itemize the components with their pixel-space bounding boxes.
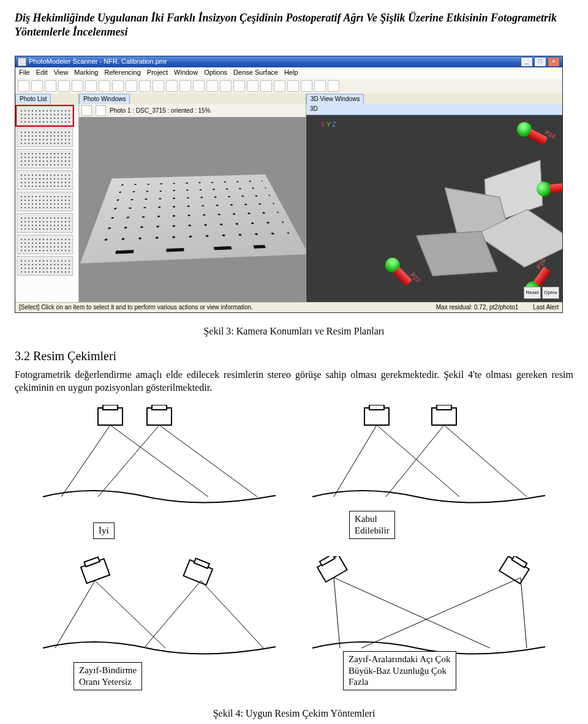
svg-line-23 bbox=[201, 581, 263, 648]
tool-button[interactable] bbox=[139, 80, 151, 92]
tool-button[interactable] bbox=[112, 80, 124, 92]
svg-line-6 bbox=[98, 425, 159, 497]
photo-thumbnail[interactable]: 1 bbox=[17, 106, 73, 126]
tool-button[interactable] bbox=[328, 80, 339, 92]
tool-button[interactable] bbox=[193, 80, 205, 92]
tool-button[interactable] bbox=[58, 80, 70, 92]
photo-thumbnail[interactable]: 7 bbox=[17, 235, 73, 254]
tool-button[interactable] bbox=[85, 80, 97, 92]
svg-rect-1 bbox=[103, 405, 118, 410]
photo-thumbnail[interactable]: 3 bbox=[17, 149, 73, 168]
menu-file[interactable]: File bbox=[19, 69, 30, 77]
label-acceptable: Kabul Edilebilir bbox=[349, 511, 395, 539]
svg-line-4 bbox=[61, 425, 110, 497]
reset-button[interactable]: Reset bbox=[524, 287, 541, 299]
tool-button[interactable] bbox=[287, 80, 299, 92]
menu-marking[interactable]: Marking bbox=[74, 69, 98, 77]
tool-button[interactable] bbox=[233, 80, 245, 92]
svg-rect-2 bbox=[147, 408, 172, 425]
svg-line-5 bbox=[110, 425, 208, 497]
diagram-good bbox=[37, 405, 282, 521]
section-heading: 3.2 Resim Çekimleri bbox=[15, 349, 573, 364]
svg-rect-10 bbox=[432, 408, 456, 425]
tool-button[interactable] bbox=[153, 80, 164, 92]
menu-help[interactable]: Help bbox=[284, 69, 298, 77]
close-button[interactable]: × bbox=[548, 57, 560, 67]
tool-button[interactable] bbox=[18, 80, 29, 92]
svg-rect-11 bbox=[437, 405, 451, 410]
photo-status-text: Photo 1 : DSC_3715 : oriented : 15% bbox=[110, 107, 211, 115]
svg-line-7 bbox=[159, 425, 257, 497]
tool-button[interactable] bbox=[45, 80, 56, 92]
figure4-diagrams: İyi Kabul Edilebilir bbox=[21, 405, 568, 690]
svg-rect-0 bbox=[98, 408, 123, 425]
panel-3d-label: 3D bbox=[306, 104, 562, 115]
menu-view[interactable]: View bbox=[54, 69, 69, 77]
figure4-caption: Şekil 4: Uygun Resim Çekim Yöntemleri bbox=[15, 707, 573, 720]
photo-thumbnail[interactable]: 5 bbox=[17, 192, 73, 211]
status-alert-text: Last Alert bbox=[533, 304, 559, 312]
camera-icon: P25 bbox=[545, 183, 562, 194]
minimize-button[interactable]: _ bbox=[521, 57, 533, 67]
svg-line-28 bbox=[334, 578, 340, 648]
calibration-grid-image bbox=[80, 175, 309, 263]
menu-options[interactable]: Options bbox=[204, 69, 227, 77]
tool-button[interactable] bbox=[179, 80, 191, 92]
diagram-weak-overlap bbox=[37, 556, 282, 673]
tool-button[interactable] bbox=[247, 80, 258, 92]
svg-line-29 bbox=[334, 578, 490, 648]
status-bar: [Select] Click on an item to select it a… bbox=[15, 302, 562, 313]
tool-button[interactable] bbox=[260, 80, 272, 92]
diagram-acceptable bbox=[306, 405, 551, 521]
photo-tool[interactable] bbox=[96, 105, 106, 116]
toolbar bbox=[15, 78, 562, 94]
tab-3d-view[interactable]: 3D View Windows bbox=[306, 94, 364, 105]
svg-line-20 bbox=[55, 581, 95, 648]
tool-button[interactable] bbox=[31, 80, 43, 92]
photo-thumbnail[interactable]: 6 bbox=[17, 213, 73, 233]
label-weak-angle: Zayıf-Aralarındaki Açı Çok Büyük-Baz Uzu… bbox=[343, 651, 456, 690]
app-window: PhotoModeler Scanner - NFR. Calibration.… bbox=[15, 56, 563, 313]
photo-thumbnail[interactable]: 4 bbox=[17, 170, 73, 190]
photo-view-toolbar: Photo 1 : DSC_3715 : oriented : 15% bbox=[79, 104, 306, 117]
3d-viewport[interactable]: X Y Z P24 P25 P26 P27 X Y Z Reset bbox=[306, 115, 562, 302]
svg-rect-8 bbox=[364, 408, 389, 425]
tool-button[interactable] bbox=[72, 80, 83, 92]
tool-button[interactable] bbox=[314, 80, 326, 92]
camera-icon: P27 bbox=[390, 263, 413, 288]
menu-edit[interactable]: Edit bbox=[36, 69, 48, 77]
menu-dense-surface[interactable]: Dense Surface bbox=[233, 69, 278, 77]
svg-line-21 bbox=[95, 581, 165, 648]
menu-referencing[interactable]: Referencing bbox=[104, 69, 140, 77]
photo-tool[interactable] bbox=[81, 105, 92, 116]
titlebar: PhotoModeler Scanner - NFR. Calibration.… bbox=[15, 56, 562, 67]
photo-thumbnail[interactable]: 8 bbox=[17, 256, 73, 276]
tool-button[interactable] bbox=[126, 80, 137, 92]
menu-bar: File Edit View Marking Referencing Proje… bbox=[15, 67, 562, 78]
page-header-title: Diş Hekimliğinde Uygulanan İki Farklı İn… bbox=[15, 11, 573, 39]
axis-indicator: X Y Z bbox=[321, 121, 336, 129]
tool-button[interactable] bbox=[274, 80, 285, 92]
svg-line-15 bbox=[444, 425, 527, 497]
camera-icon: P24 bbox=[523, 127, 550, 146]
menu-window[interactable]: Window bbox=[174, 69, 198, 77]
tab-photo-windows[interactable]: Photo Windows bbox=[79, 94, 130, 105]
menu-project[interactable]: Project bbox=[147, 69, 168, 77]
window-title: PhotoModeler Scanner - NFR. Calibration.… bbox=[29, 58, 521, 66]
maximize-button[interactable]: □ bbox=[534, 57, 546, 67]
options-button[interactable]: Optns bbox=[542, 287, 559, 299]
photo-thumbnail[interactable]: 2 bbox=[17, 127, 73, 147]
photo-viewport[interactable] bbox=[79, 117, 306, 302]
tool-button[interactable] bbox=[220, 80, 232, 92]
label-weak-overlap: Zayıf-Bindirme Oranı Yetersiz bbox=[74, 662, 142, 690]
camera-label: P27 bbox=[409, 271, 421, 284]
tool-button[interactable] bbox=[166, 80, 178, 92]
tool-button[interactable] bbox=[99, 80, 110, 92]
svg-line-14 bbox=[386, 425, 444, 497]
tool-button[interactable] bbox=[301, 80, 312, 92]
tab-photo-list[interactable]: Photo List bbox=[15, 94, 51, 105]
status-residual-text: Max residual: 0.72, pt2/photo1 bbox=[436, 304, 519, 312]
svg-rect-9 bbox=[369, 405, 384, 410]
tool-button[interactable] bbox=[206, 80, 218, 92]
svg-rect-3 bbox=[152, 405, 167, 410]
